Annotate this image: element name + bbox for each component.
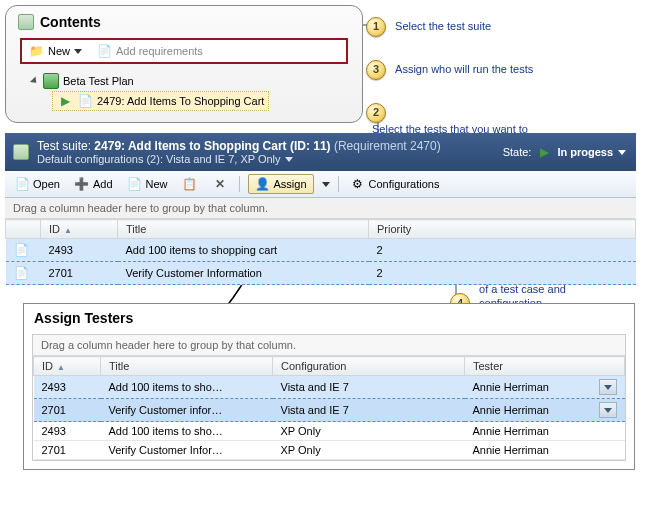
cell-priority: 2 [369,239,636,262]
cell-id: 2701 [34,441,101,460]
cell-priority: 2 [369,262,636,285]
copy-button[interactable]: 📋 [179,175,201,193]
assign-button[interactable]: 👤Assign [248,174,314,194]
cell-id: 2701 [34,399,101,422]
add-button[interactable]: ➕Add [71,175,116,193]
add-req-icon: 📄 [96,43,112,59]
cell-config: Vista and IE 7 [273,399,465,422]
suite-header: Test suite: 2479: Add Items to Shopping … [5,133,636,171]
cell-title: Add 100 items to shopping cart [118,239,369,262]
cell-tester[interactable]: Annie Herriman [465,399,625,422]
cell-title: Verify Customer Information [118,262,369,285]
tree-plan-label: Beta Test Plan [63,75,134,87]
col-title[interactable]: Title [118,220,369,239]
contents-title: Contents [40,14,101,30]
suite-toolbar: 📄Open ➕Add 📄New 📋 ✕ 👤Assign ⚙Configurati… [5,171,636,198]
new-test-button[interactable]: 📄New [124,175,171,193]
table-row[interactable]: 📄 2701 Verify Customer Information 2 [6,262,636,285]
assign-dropdown-icon[interactable] [322,182,330,187]
cell-config: XP Only [273,422,465,441]
row-icon: 📄 [14,265,30,281]
tester-dropdown-button[interactable] [599,379,617,395]
annotation-text-1: Select the test suite [395,20,491,32]
tree-suite-label: 2479: Add Items To Shopping Cart [97,95,264,107]
add-requirements-button[interactable]: Add requirements [116,45,203,57]
new-button[interactable]: New [48,45,70,57]
annotation-bubble-3: 3 [366,60,386,80]
assign-col-tester[interactable]: Tester [465,357,625,376]
cell-id: 2701 [41,262,118,285]
cell-tester: Annie Herriman [465,422,625,441]
tree-expander-icon[interactable] [30,76,39,85]
state-label: State: [503,146,532,158]
table-row[interactable]: 2493Add 100 items to sho…XP OnlyAnnie He… [34,422,625,441]
new-requirements-toolbar: 📁 New 📄 Add requirements [20,38,348,64]
suite-prefix: Test suite: [37,139,94,153]
suite-title: 2479: Add Items to Shopping Cart (ID: 11… [94,139,330,153]
cell-title: Verify Customer Infor… [101,441,273,460]
table-row[interactable]: 📄 2493 Add 100 items to shopping cart 2 [6,239,636,262]
new-folder-icon: 📁 [28,43,44,59]
col-priority[interactable]: Priority [369,220,636,239]
suite-header-icon [13,144,29,160]
assign-dialog-title: Assign Testers [24,304,634,330]
cell-tester: Annie Herriman [465,441,625,460]
assign-col-id[interactable]: ID [34,357,101,376]
suite-requirement: (Requirement 2470) [334,139,441,153]
configs-dropdown-icon[interactable] [285,157,293,162]
tree-plan-row[interactable]: Beta Test Plan [32,72,348,90]
cell-config: Vista and IE 7 [273,376,465,399]
assign-col-title[interactable]: Title [101,357,273,376]
test-plan-tree: Beta Test Plan ▶ 📄 2479: Add Items To Sh… [14,70,354,114]
open-button[interactable]: 📄Open [11,175,63,193]
table-row[interactable]: 2701Verify Customer infor…Vista and IE 7… [34,399,625,422]
configurations-button[interactable]: ⚙Configurations [347,175,443,193]
delete-button[interactable]: ✕ [209,175,231,193]
col-id[interactable]: ID [41,220,118,239]
assign-col-config[interactable]: Configuration [273,357,465,376]
cell-config: XP Only [273,441,465,460]
tree-suite-row[interactable]: ▶ 📄 2479: Add Items To Shopping Cart [52,91,269,111]
cell-title: Add 100 items to sho… [101,422,273,441]
assign-group-by-hint[interactable]: Drag a column header here to group by th… [33,335,625,356]
tester-dropdown-button[interactable] [599,402,617,418]
suite-configs[interactable]: Default configurations (2): Vista and IE… [37,153,281,165]
cell-tester[interactable]: Annie Herriman [465,376,625,399]
annotation-bubble-1: 1 [366,17,386,37]
assign-testers-dialog: Assign Testers Drag a column header here… [23,303,635,470]
group-by-hint[interactable]: Drag a column header here to group by th… [5,198,636,219]
contents-panel: Contents 📁 New 📄 Add requirements Beta T… [5,5,363,123]
contents-icon [18,14,34,30]
assign-grid: ID Title Configuration Tester 2493Add 10… [33,356,625,460]
state-icon: ▶ [536,144,552,160]
table-row[interactable]: 2701Verify Customer Infor…XP OnlyAnnie H… [34,441,625,460]
annotation-bubble-2: 2 [366,103,386,123]
state-value[interactable]: In progess [557,146,613,158]
suite-icon [43,73,59,89]
tests-grid: ID Title Priority 📄 2493 Add 100 items t… [5,219,636,285]
cell-id: 2493 [34,422,101,441]
new-dropdown-caret[interactable] [74,49,82,54]
cell-title: Add 100 items to sho… [101,376,273,399]
col-marker[interactable] [6,220,41,239]
table-row[interactable]: 2493Add 100 items to sho…Vista and IE 7A… [34,376,625,399]
annotation-text-3: Assign who will run the tests [395,63,533,75]
state-dropdown-icon[interactable] [618,150,626,155]
cell-id: 2493 [41,239,118,262]
requirement-icon: 📄 [77,93,93,109]
cell-title: Verify Customer infor… [101,399,273,422]
cell-id: 2493 [34,376,101,399]
row-icon: 📄 [14,242,30,258]
run-icon: ▶ [57,93,73,109]
